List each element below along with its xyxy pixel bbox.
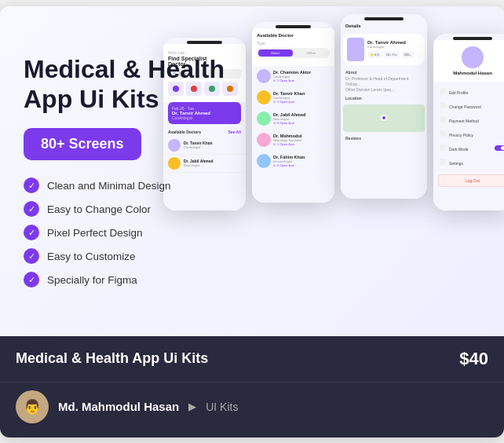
author-row: 👨 Md. Mahmodul Hasan ▶ UI Kits: [0, 382, 504, 438]
author-name: Md. Mahmodul Hasan: [58, 400, 179, 413]
product-card: Medical & Health App Ui Kits 80+ Screens…: [0, 6, 504, 438]
phone-screen-3: Details Dr. Tanvir Ahmed Cardiologist ⭐ …: [341, 14, 427, 199]
menu-dark-mode[interactable]: Dark Mode: [433, 141, 504, 156]
avail-info-2: Dr. Tanvir Khan Cardiologist ⏱ 1 Open 4p…: [273, 91, 330, 104]
product-price: $40: [459, 349, 488, 369]
stat-2: 10+ Yrs: [384, 51, 400, 58]
profile-avatar: [462, 46, 484, 68]
avail-doc-3: Dr. Jabil Ahmed Neurologist ⏱ 4 Open 4pm: [252, 108, 334, 130]
feature-text: Pixel Perfect Design: [47, 227, 143, 239]
avail-time-5: ⏱ 2 Open 4pm: [273, 163, 330, 167]
map-area: [343, 104, 425, 132]
feature-text: Clean and Minimal Design: [47, 180, 171, 192]
see-all: See All: [228, 130, 242, 134]
author-separator: ▶: [188, 401, 196, 412]
check-icon: ✓: [24, 248, 39, 264]
avail-time-2: ⏱ 1 Open 4pm: [273, 100, 330, 104]
s2-type-label: Type: [257, 41, 330, 46]
phone-4-screen: Mahmodul Hasan Edit Profile › Change Pas…: [433, 34, 504, 211]
main-title: Medical & Health App Ui Kits: [24, 54, 228, 115]
avail-avatar-5: [257, 154, 271, 168]
avail-doc-1: Dr. Chamion Aktor Cardiologist ⏱ 1 Open …: [252, 66, 334, 87]
location-heading: Location: [341, 94, 427, 102]
feature-item: ✓Easy to Customize: [24, 248, 228, 264]
moon-icon: [440, 145, 446, 151]
feature-text: Easy to Change Color: [47, 203, 151, 215]
phone-screen-2: Available Doctor Type Online Offline Dr.…: [252, 22, 334, 203]
phone-2-screen: Available Doctor Type Online Offline Dr.…: [252, 22, 334, 203]
about-text2: Other Division Lorem Ipsa...: [345, 87, 422, 92]
edit-icon: [440, 88, 446, 94]
phone-3-screen: Details Dr. Tanvir Ahmed Cardiologist ⭐ …: [341, 14, 427, 199]
check-icon: ✓: [24, 178, 39, 193]
avail-doc-list: Dr. Chamion Aktor Cardiologist ⏱ 1 Open …: [252, 66, 334, 172]
payment-icon: [440, 116, 446, 123]
author-category: UI Kits: [206, 401, 238, 413]
det-info: Dr. Tanvir Ahmed Cardiologist ⭐ 4.8 10+ …: [367, 40, 414, 58]
s2-header: Available Doctor Type Online Offline: [252, 28, 334, 66]
privacy-icon: [440, 130, 446, 137]
lock-icon: [440, 102, 446, 108]
menu-change-password[interactable]: Change Password ›: [433, 99, 504, 113]
features-list: ✓Clean and Minimal Design✓Easy to Change…: [24, 178, 228, 287]
avail-time-3: ⏱ 4 Open 4pm: [273, 121, 330, 125]
menu-label-password: Change Password: [440, 102, 481, 109]
screens-badge: 80+ Screens: [24, 128, 141, 160]
stat-3: 200+: [402, 51, 414, 58]
avail-avatar-3: [257, 112, 271, 126]
feature-text: Easy to Customize: [47, 251, 136, 262]
det-spec: Cardiologist: [367, 45, 414, 49]
check-icon: ✓: [24, 201, 39, 217]
check-icon: ✓: [24, 225, 39, 240]
feature-text: Specially for Figma: [47, 274, 137, 286]
avail-avatar-1: [257, 69, 271, 83]
avail-time-4: ⏱ 1 Open 4pm: [273, 142, 330, 146]
reviews-heading: Reviews: [341, 134, 427, 142]
avail-doc-4: Dr. Mahmodul Neurology Specialist ⏱ 1 Op…: [252, 130, 334, 151]
det-doc-row: Dr. Tanvir Ahmed Cardiologist ⭐ 4.8 10+ …: [347, 38, 421, 61]
profile-name: Mahmodul Hasan: [453, 71, 492, 75]
menu-label-privacy: Privacy Policy: [440, 130, 473, 137]
bottom-bar: Medical & Health App Ui Kits $40: [0, 336, 504, 382]
menu-privacy[interactable]: Privacy Policy ›: [433, 127, 504, 141]
menu-label-payment: Payment Method: [440, 116, 479, 123]
left-content: Medical & Health App Ui Kits 80+ Screens…: [24, 54, 228, 288]
author-avatar: 👨: [16, 390, 49, 423]
avail-doc-5: Dr. Fahim Khan Immunologist ⏱ 2 Open 4pm: [252, 151, 334, 172]
menu-edit-profile[interactable]: Edit Profile ›: [433, 85, 504, 99]
s2-title: Available Doctor: [257, 33, 330, 38]
det-about-section: About Dr. Professor & Head of Department…: [341, 68, 427, 94]
tab-offline[interactable]: Offline: [294, 49, 329, 57]
menu-payment[interactable]: Payment Method ›: [433, 113, 504, 127]
check-icon: ✓: [24, 272, 39, 287]
avail-info-4: Dr. Mahmodul Neurology Specialist ⏱ 1 Op…: [273, 134, 330, 146]
dark-mode-toggle[interactable]: [495, 145, 504, 151]
about-heading: About: [345, 70, 422, 75]
toggle-dot: [501, 146, 504, 150]
menu-settings[interactable]: Settings ›: [433, 156, 504, 170]
s3-details-title: Details: [341, 20, 427, 31]
avail-time-1: ⏱ 1 Open 4pm: [273, 79, 330, 82]
menu-label-settings: Settings: [440, 159, 463, 166]
feature-item: ✓Pixel Perfect Design: [24, 225, 228, 240]
product-title: Medical & Health App Ui Kits: [16, 350, 208, 367]
about-text: Dr. Professor & Head of Department Ortho…: [345, 76, 422, 87]
details-card: Dr. Tanvir Ahmed Cardiologist ⭐ 4.8 10+ …: [343, 34, 425, 65]
stat-1: ⭐ 4.8: [367, 51, 382, 58]
avail-doc-2: Dr. Tanvir Khan Cardiologist ⏱ 1 Open 4p…: [252, 87, 334, 108]
type-tabs: Online Offline: [257, 48, 330, 58]
feature-item: ✓Easy to Change Color: [24, 201, 228, 217]
det-stats: ⭐ 4.8 10+ Yrs 200+: [367, 51, 414, 58]
logout-button[interactable]: Log Out: [438, 174, 504, 187]
avail-info-1: Dr. Chamion Aktor Cardiologist ⏱ 1 Open …: [273, 70, 330, 82]
avail-info-5: Dr. Fahim Khan Immunologist ⏱ 2 Open 4pm: [273, 155, 330, 167]
avail-avatar-4: [257, 133, 271, 147]
menu-label-dark: Dark Mode: [440, 145, 468, 152]
gear-icon: [440, 159, 446, 165]
avail-info-3: Dr. Jabil Ahmed Neurologist ⏱ 4 Open 4pm: [273, 112, 330, 125]
menu-label-edit: Edit Profile: [440, 88, 468, 95]
det-avatar: [347, 38, 364, 61]
tab-online[interactable]: Online: [258, 49, 293, 57]
feature-item: ✓Specially for Figma: [24, 272, 228, 287]
profile-section: Mahmodul Hasan: [433, 40, 504, 82]
